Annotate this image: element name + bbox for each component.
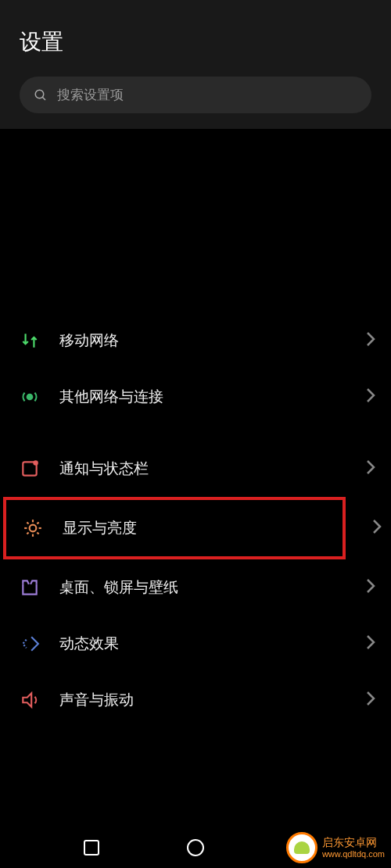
svg-line-11 [37, 532, 38, 534]
search-icon [34, 88, 48, 102]
watermark: 启东安卓网 www.qdltdq.com [286, 832, 385, 863]
home-button[interactable] [185, 837, 206, 859]
watermark-url: www.qdltdq.com [322, 849, 385, 859]
settings-item-animation[interactable]: 动态效果 [0, 616, 391, 672]
item-label: 其他网络与连接 [59, 387, 366, 407]
item-label: 显示与亮度 [63, 518, 330, 538]
page-title: 设置 [20, 27, 371, 57]
notification-icon [16, 458, 44, 480]
chevron-right-icon [366, 330, 375, 352]
settings-list: 移动网络 其他网络与连接 通知与状态栏 [0, 313, 391, 728]
mobile-network-icon [16, 330, 44, 352]
brightness-icon [19, 517, 47, 539]
search-input[interactable]: 搜索设置项 [20, 77, 371, 113]
section-divider [0, 425, 391, 441]
settings-item-desktop-wallpaper[interactable]: 桌面、锁屏与壁纸 [0, 559, 391, 616]
chevron-right-icon [366, 386, 375, 408]
item-label: 桌面、锁屏与壁纸 [59, 577, 366, 598]
item-label: 通知与状态栏 [59, 459, 366, 479]
other-network-icon [16, 386, 44, 408]
svg-point-5 [30, 525, 37, 532]
chevron-right-icon [366, 458, 375, 480]
svg-point-0 [35, 90, 44, 98]
item-label: 声音与振动 [59, 690, 366, 710]
item-label: 移动网络 [59, 330, 366, 351]
svg-point-4 [33, 460, 38, 466]
item-label: 动态效果 [59, 634, 366, 654]
watermark-logo-icon [286, 832, 317, 863]
settings-item-display-brightness[interactable]: 显示与亮度 [3, 497, 346, 559]
settings-item-mobile-network[interactable]: 移动网络 [0, 313, 391, 369]
chevron-right-icon [366, 577, 375, 598]
svg-point-2 [27, 395, 33, 400]
animation-icon [16, 633, 44, 655]
watermark-title: 启东安卓网 [322, 837, 377, 848]
svg-line-1 [42, 97, 45, 100]
settings-item-other-network[interactable]: 其他网络与连接 [0, 369, 391, 425]
svg-line-13 [37, 522, 38, 523]
spacer [0, 129, 391, 313]
settings-item-notification[interactable]: 通知与状态栏 [0, 441, 391, 497]
search-placeholder: 搜索设置项 [57, 86, 124, 104]
svg-line-10 [27, 522, 28, 523]
desktop-icon [16, 577, 44, 598]
chevron-right-icon [366, 689, 375, 711]
chevron-right-icon [372, 517, 382, 539]
svg-line-12 [27, 532, 28, 534]
sound-icon [16, 689, 44, 711]
chevron-right-icon [366, 633, 375, 655]
header: 设置 搜索设置项 [0, 0, 391, 129]
recent-apps-button[interactable] [81, 837, 102, 859]
settings-item-sound[interactable]: 声音与振动 [0, 672, 391, 728]
